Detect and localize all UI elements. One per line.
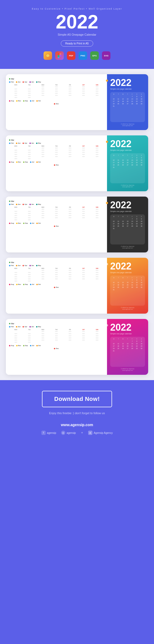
agensip-icon: A [88, 431, 92, 435]
png-icon: PNG [79, 51, 87, 60]
crafted-by-teal: Crafted by Agensipwww.agensip.com [110, 184, 145, 188]
card-left-orange: Mar Feb Jun Apr Jan May MON TUE WED THU … [6, 258, 107, 314]
mini-cal-orange: MTWTFSS 789 10111213141516 1718192021222… [110, 276, 145, 306]
instagram-icon: ◎ [61, 431, 65, 435]
header-year: 2022 [5, 12, 149, 31]
svg-icon: SVG [102, 51, 110, 60]
dot-marker-orange [106, 263, 108, 265]
card-subtitle-dark: Simple one page calendar [110, 210, 145, 212]
print-badge: Ready to Print in A5 [61, 40, 93, 47]
card-right-pink: 2022 Simple one page calendar MTWTFSS 78… [107, 319, 148, 375]
format-icons-row: PDF PNG EPS SVG [5, 51, 149, 60]
mini-cal-dark: MTWTFSS 789 10111213141516 1718192021222… [110, 214, 145, 244]
social-agensip: A Agensip Agency [88, 431, 113, 435]
facebook-label: agensip [47, 431, 56, 434]
card-year-orange: 2022 [110, 261, 145, 271]
agensip-label: Agensip Agency [94, 431, 113, 434]
svg-rect-5 [58, 55, 59, 57]
calendar-card-orange: Mar Feb Jun Apr Jan May MON TUE WED THU … [6, 258, 148, 314]
tagline: Easy to Customize • Pixel Perfect • Well… [5, 7, 149, 10]
crafted-by-blue: Crafted by Agensipwww.agensip.com [110, 123, 145, 126]
card-left-blue: Mar Feb Jun Apr [6, 74, 107, 130]
calendar-card-teal: Mar Feb Jun Apr Jan May MON TUE WED THU … [6, 135, 148, 191]
calendar-card-blue: Mar Feb Jun Apr [6, 74, 148, 130]
card-subtitle-orange: Simple one page calendar [110, 272, 145, 273]
mini-cal-teal: MTWTFSS 789 10111213141516 1718192021222… [110, 153, 145, 183]
website-text: www.agensip.com [5, 423, 149, 427]
svg-point-4 [59, 55, 61, 57]
figma-icon [55, 51, 64, 60]
card-year-teal: 2022 [110, 139, 145, 149]
download-button[interactable]: Download Now! [42, 391, 112, 407]
dot-marker-dark [106, 202, 108, 204]
header-subtitle: Simple A5 Onepage Calendar [5, 33, 149, 36]
crafted-by-pink: Crafted by Agensipwww.agensip.com [110, 368, 145, 371]
bottom-section: Download Now! Enjoy this freebie :) don'… [0, 380, 154, 446]
card-right-blue: 2022 Simple one page calendar MTWTFSS 78… [107, 74, 148, 130]
pdf-icon: PDF [67, 51, 75, 60]
eps-icon: EPS [90, 51, 99, 60]
card-subtitle-blue: Simple one page calendar [110, 88, 145, 90]
header-section: Easy to Customize • Pixel Perfect • Well… [0, 0, 154, 69]
dot-marker-teal [106, 141, 108, 143]
instagram-label: agensip [67, 431, 76, 434]
mini-cal-pink: MTWTFSS 789 10111213141516 1718192021222… [110, 337, 145, 367]
dot-marker-blue [106, 80, 108, 82]
facebook-icon: f [41, 431, 46, 435]
mini-cal-blue: MTWTFSS 789 10111213141516 1718192021222… [110, 92, 145, 122]
enjoy-text: Enjoy this freebie :) don't forget to fo… [5, 412, 149, 415]
card-right-dark: 2022 Simple one page calendar MTWTFSS 78… [107, 197, 148, 252]
card-subtitle-pink: Simple one page calendar [110, 333, 145, 335]
social-row: f agensip ◎ agensip ✦ A Agensip Agency [5, 431, 149, 435]
card-year-blue: 2022 [110, 78, 145, 88]
sketch-icon [44, 51, 52, 60]
calendar-card-pink: Mar Feb Jun Apr Jan May MON TUE WED THU … [6, 319, 148, 375]
social-divider: ✦ [81, 431, 83, 435]
dot-marker-pink [106, 324, 108, 326]
card-left-dark: Mar Feb Jun Apr Jan May MON TUE WED THU … [6, 197, 107, 252]
card-right-orange: 2022 Simple one page calendar MTWTFSS 78… [107, 258, 148, 314]
card-left-pink: Mar Feb Jun Apr Jan May MON TUE WED THU … [6, 319, 107, 375]
crafted-by-dark: Crafted by Agensipwww.agensip.com [110, 246, 145, 249]
card-left-teal: Mar Feb Jun Apr Jan May MON TUE WED THU … [6, 135, 107, 191]
social-facebook: f agensip [41, 431, 56, 435]
cards-container: Mar Feb Jun Apr [0, 69, 154, 380]
svg-rect-6 [58, 57, 59, 58]
social-instagram: ◎ agensip [61, 431, 76, 435]
card-right-teal: 2022 Simple one page calendar MTWTFSS 78… [107, 135, 148, 191]
crafted-by-orange: Crafted by Agensipwww.agensip.com [110, 307, 145, 310]
card-year-dark: 2022 [110, 200, 145, 210]
card-year-pink: 2022 [110, 323, 145, 332]
calendar-card-dark: Mar Feb Jun Apr Jan May MON TUE WED THU … [6, 197, 148, 252]
card-subtitle-teal: Simple one page calendar [110, 149, 145, 151]
svg-rect-2 [58, 53, 59, 55]
